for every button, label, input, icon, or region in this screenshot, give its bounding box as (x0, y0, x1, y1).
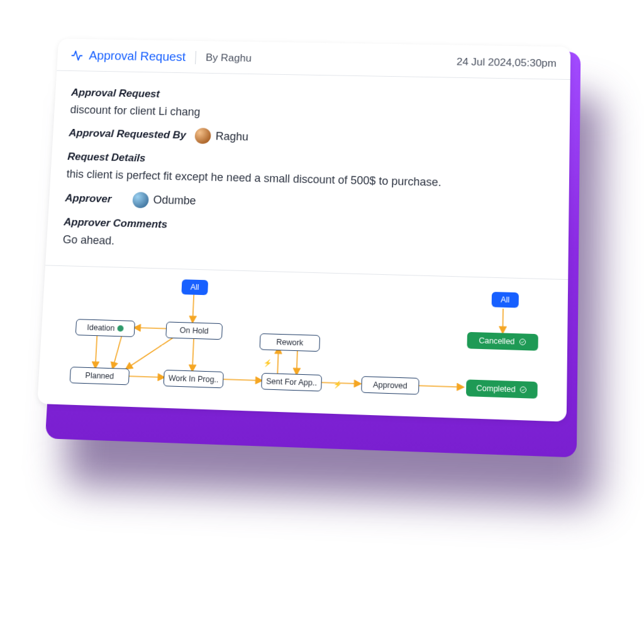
requested-by-label: Approval Requested By (69, 127, 186, 142)
check-circle-icon (518, 338, 526, 346)
workflow-node-ideation[interactable]: Ideation (75, 319, 135, 337)
check-circle-icon (519, 386, 528, 394)
svg-line-3 (126, 335, 175, 370)
svg-line-7 (223, 379, 261, 380)
svg-line-8 (277, 348, 279, 374)
svg-point-15 (520, 387, 526, 393)
svg-line-9 (297, 348, 297, 374)
workflow-node-onhold[interactable]: On Hold (165, 321, 223, 340)
approver-name: Odumbe (153, 194, 196, 208)
card-body: Approval Request discount for client Li … (46, 71, 570, 268)
header-byline: By Raghu (206, 52, 252, 64)
svg-line-11 (418, 386, 463, 387)
svg-text:⚡: ⚡ (333, 380, 343, 389)
header-divider (195, 51, 196, 64)
svg-line-4 (113, 335, 122, 369)
requested-by-row: Approval Requested By Raghu (69, 125, 553, 151)
svg-line-0 (192, 295, 194, 322)
workflow-node-sent-for-approval[interactable]: Sent For App.. (261, 373, 322, 392)
approver-label: Approver (65, 192, 112, 205)
card-title-text: Approval Request (89, 48, 186, 64)
requested-by-person[interactable]: Raghu (194, 128, 248, 145)
approver-person[interactable]: Odumbe (132, 192, 196, 209)
user-dot-icon (117, 325, 123, 331)
svg-text:⚡: ⚡ (263, 358, 272, 367)
workflow-diagram: ⚡ ⚡ All Ideation On Hold Rework Planned … (37, 265, 568, 421)
workflow-node-cancelled[interactable]: Cancelled (467, 332, 538, 351)
approval-request-card: Approval Request By Raghu 24 Jul 2024,05… (37, 38, 570, 421)
svg-line-12 (502, 309, 503, 333)
header-datetime: 24 Jul 2024,05:30pm (457, 55, 557, 69)
workflow-node-approved[interactable]: Approved (361, 376, 419, 395)
svg-line-5 (130, 376, 164, 377)
svg-point-16 (519, 339, 525, 345)
workflow-all-left[interactable]: All (181, 279, 208, 295)
svg-line-6 (192, 337, 194, 370)
workflow-all-right[interactable]: All (492, 292, 519, 308)
card-title: Approval Request (70, 48, 186, 64)
requested-by-name: Raghu (215, 130, 248, 143)
workflow-node-wip[interactable]: Work In Prog.. (164, 370, 224, 388)
svg-line-1 (135, 328, 166, 328)
activity-icon (70, 49, 83, 61)
avatar-icon (194, 128, 211, 144)
workflow-node-planned[interactable]: Planned (70, 367, 130, 385)
workflow-node-rework[interactable]: Rework (260, 333, 321, 352)
svg-line-2 (96, 334, 97, 367)
approver-row: Approver Odumbe (65, 190, 552, 218)
workflow-node-completed[interactable]: Completed (466, 379, 538, 398)
avatar-icon (132, 192, 149, 208)
svg-line-10 (319, 382, 360, 384)
